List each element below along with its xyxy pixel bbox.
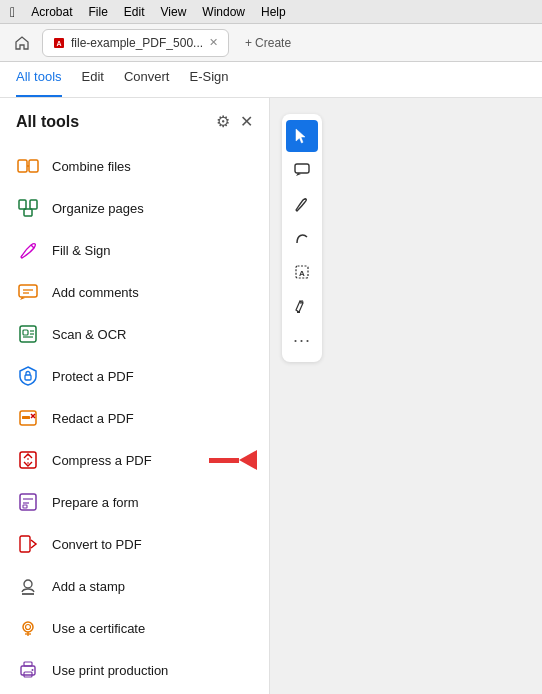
content-area: A ···	[270, 98, 542, 694]
home-button[interactable]	[8, 29, 36, 57]
print-production-label: Use print production	[52, 663, 168, 678]
tool-convert-pdf[interactable]: Convert to PDF	[0, 523, 269, 565]
draw-tool-button[interactable]	[286, 188, 318, 220]
nav-all-tools[interactable]: All tools	[16, 62, 62, 97]
comment-tool-button[interactable]	[286, 154, 318, 186]
tool-add-stamp[interactable]: Add a stamp	[0, 565, 269, 607]
more-tools-button[interactable]: ···	[286, 324, 318, 356]
svg-rect-2	[18, 160, 27, 172]
use-certificate-label: Use a certificate	[52, 621, 145, 636]
compress-pdf-icon	[16, 448, 40, 472]
prepare-form-icon	[16, 490, 40, 514]
convert-pdf-icon	[16, 532, 40, 556]
svg-rect-7	[24, 209, 32, 216]
menu-acrobat[interactable]: Acrobat	[31, 5, 72, 19]
marker-tool-button[interactable]	[286, 290, 318, 322]
tool-print-production[interactable]: Use print production	[0, 649, 269, 691]
tool-organize-pages[interactable]: Organize pages	[0, 187, 269, 229]
text-select-button[interactable]: A	[286, 256, 318, 288]
tool-combine-files[interactable]: Combine files	[0, 145, 269, 187]
combine-files-icon	[16, 154, 40, 178]
svg-rect-5	[19, 200, 26, 209]
svg-rect-29	[20, 536, 30, 552]
svg-line-8	[31, 245, 34, 248]
nav-convert[interactable]: Convert	[124, 62, 170, 97]
fill-sign-icon	[16, 238, 40, 262]
add-stamp-icon	[16, 574, 40, 598]
tool-scan-ocr[interactable]: Scan & OCR	[0, 313, 269, 355]
svg-rect-18	[25, 375, 31, 380]
svg-rect-40	[295, 164, 309, 173]
scan-ocr-icon	[16, 322, 40, 346]
svg-rect-25	[20, 494, 36, 510]
gear-icon[interactable]: ⚙	[216, 112, 230, 131]
prepare-form-label: Prepare a form	[52, 495, 139, 510]
tools-header-icons: ⚙ ✕	[216, 112, 253, 131]
svg-rect-37	[24, 662, 32, 666]
svg-point-32	[23, 622, 33, 632]
menu-help[interactable]: Help	[261, 5, 286, 19]
use-certificate-icon	[16, 616, 40, 640]
new-tab-button[interactable]: + Create	[235, 29, 301, 57]
add-stamp-label: Add a stamp	[52, 579, 125, 594]
svg-rect-20	[22, 416, 30, 419]
tool-add-comments[interactable]: Add comments	[0, 271, 269, 313]
right-toolbar: A ···	[278, 106, 326, 370]
tool-use-certificate[interactable]: Use a certificate	[0, 607, 269, 649]
compress-arrow-indicator	[209, 450, 257, 470]
compress-pdf-label: Compress a PDF	[52, 453, 152, 468]
convert-pdf-label: Convert to PDF	[52, 537, 142, 552]
add-comments-label: Add comments	[52, 285, 139, 300]
nav-bar: All tools Edit Convert E-Sign	[0, 62, 542, 98]
svg-text:A: A	[56, 40, 61, 47]
nav-edit[interactable]: Edit	[82, 62, 104, 97]
select-tool-button[interactable]	[286, 120, 318, 152]
menu-window[interactable]: Window	[202, 5, 245, 19]
tab-label: file-example_PDF_500...	[71, 36, 203, 50]
menu-edit[interactable]: Edit	[124, 5, 145, 19]
scan-ocr-label: Scan & OCR	[52, 327, 126, 342]
tool-protect-pdf[interactable]: Protect a PDF	[0, 355, 269, 397]
redact-pdf-icon	[16, 406, 40, 430]
protect-pdf-icon	[16, 364, 40, 388]
curve-tool-button[interactable]	[286, 222, 318, 254]
apple-menu[interactable]: 	[10, 4, 15, 20]
tab-favicon: A	[53, 37, 65, 49]
protect-pdf-label: Protect a PDF	[52, 369, 134, 384]
tools-panel: All tools ⚙ ✕ Combine files	[0, 98, 270, 694]
fill-sign-label: Fill & Sign	[52, 243, 111, 258]
main-layout: All tools ⚙ ✕ Combine files	[0, 98, 542, 694]
menu-bar:  Acrobat File Edit View Window Help	[0, 0, 542, 24]
svg-point-33	[26, 625, 31, 630]
organize-pages-label: Organize pages	[52, 201, 144, 216]
svg-rect-3	[29, 160, 38, 172]
create-label: Create	[255, 36, 291, 50]
tools-title: All tools	[16, 113, 79, 131]
tool-redact-pdf[interactable]: Redact a PDF	[0, 397, 269, 439]
tab-bar: A file-example_PDF_500... ✕ + Create	[0, 24, 542, 62]
print-production-icon	[16, 658, 40, 682]
svg-rect-28	[23, 505, 27, 508]
menu-file[interactable]: File	[88, 5, 107, 19]
svg-text:A: A	[299, 269, 305, 278]
combine-files-label: Combine files	[52, 159, 131, 174]
file-tab[interactable]: A file-example_PDF_500... ✕	[42, 29, 229, 57]
nav-esign[interactable]: E-Sign	[189, 62, 228, 97]
redact-pdf-label: Redact a PDF	[52, 411, 134, 426]
toolbar-card: A ···	[282, 114, 322, 362]
svg-rect-9	[19, 285, 37, 297]
tool-prepare-form[interactable]: Prepare a form	[0, 481, 269, 523]
svg-point-39	[32, 669, 34, 671]
tool-compress-pdf[interactable]: Compress a PDF	[0, 439, 269, 481]
svg-rect-14	[23, 330, 28, 335]
add-comments-icon	[16, 280, 40, 304]
tab-close-button[interactable]: ✕	[209, 36, 218, 49]
svg-point-30	[24, 580, 32, 588]
menu-view[interactable]: View	[161, 5, 187, 19]
tools-header: All tools ⚙ ✕	[0, 98, 269, 141]
svg-rect-6	[30, 200, 37, 209]
plus-icon: +	[245, 36, 252, 50]
tools-list: Combine files Organize pages	[0, 141, 269, 694]
close-icon[interactable]: ✕	[240, 112, 253, 131]
tool-fill-sign[interactable]: Fill & Sign	[0, 229, 269, 271]
